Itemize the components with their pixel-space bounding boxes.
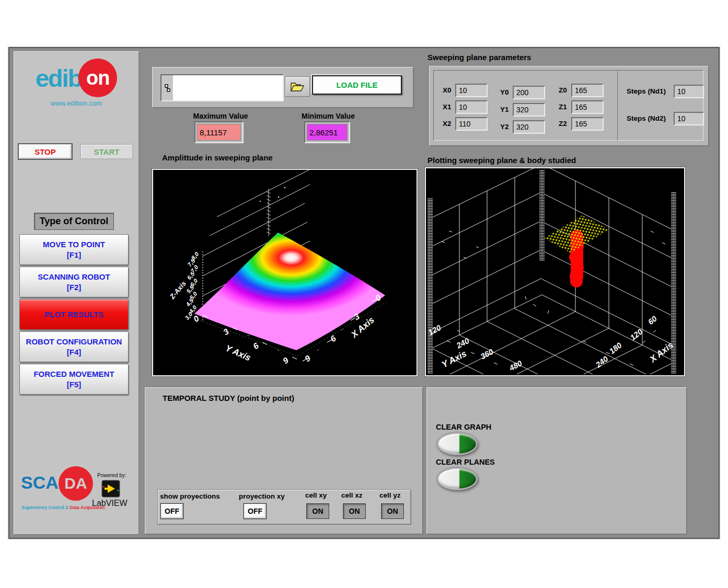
- scada-tagline-blue: Supervisory Control &: [21, 505, 70, 510]
- steps-nd1-label: Steps (Nd1): [627, 87, 666, 95]
- cell-xz-toggle[interactable]: ON: [343, 503, 366, 519]
- main-window: edib on www.edibon.com STOP START Type o…: [8, 47, 720, 539]
- scanning-robot-button[interactable]: SCANNING ROBOT [F2]: [19, 267, 129, 297]
- browse-folder-button[interactable]: [285, 76, 310, 97]
- stop-button[interactable]: STOP: [18, 143, 73, 160]
- maximum-value-label: Maximum Value: [186, 112, 255, 120]
- button-hotkey: [F5]: [67, 379, 82, 390]
- scada-logo-da: DA: [64, 475, 87, 492]
- z2-label: Z2: [559, 120, 567, 128]
- z1-label: Z1: [559, 103, 567, 111]
- start-button[interactable]: START: [80, 144, 133, 159]
- plot-results-button[interactable]: PLOT RESULTS: [19, 299, 129, 330]
- z0-field[interactable]: 165: [571, 84, 604, 97]
- button-hotkey: [F4]: [67, 347, 82, 358]
- robot-configuration-button[interactable]: ROBOT CONFIGURATION [F4]: [19, 331, 129, 362]
- proyection-xy-label: proyection xy: [239, 492, 285, 500]
- path-glyph-icon: [161, 75, 173, 100]
- labview-icon: [101, 480, 120, 498]
- scada-logo-circle: DA: [59, 466, 93, 501]
- file-path-control: [160, 74, 284, 101]
- sweeping-parameters-group: X0 10 X1 10 X2 110 Y0 200 Y1 320 Y2 320 …: [429, 65, 709, 146]
- cell-xy-toggle[interactable]: ON: [306, 503, 329, 519]
- folder-icon: [290, 82, 305, 92]
- button-label: PLOT RESULTS: [44, 309, 103, 320]
- projection-toggle-strip: show proyections OFF proyection xy OFF c…: [157, 489, 411, 525]
- left-plot-title: Amplittude in sweeping plane: [162, 153, 273, 162]
- cell-xy-label: cell xy: [305, 491, 327, 499]
- labview-label: LabVIEW: [92, 499, 128, 508]
- x0-label: X0: [443, 86, 452, 94]
- sweeping-plane-body-plot[interactable]: 120 240 360 480 Y Axis 60 120 180 240 X …: [425, 167, 685, 376]
- button-label: ROBOT CONFIGURATION: [26, 337, 122, 347]
- z2-field[interactable]: 165: [571, 117, 604, 131]
- move-to-point-button[interactable]: MOVE TO POINT [F1]: [19, 234, 129, 265]
- steps-nd1-field[interactable]: 10: [674, 85, 704, 98]
- cell-xz-label: cell xz: [341, 491, 363, 499]
- edibon-logo-text: edib: [36, 64, 82, 93]
- show-proyections-toggle[interactable]: OFF: [160, 503, 183, 519]
- minimum-value-box: 2,86251: [304, 121, 350, 143]
- forced-movement-button[interactable]: FORCED MOVEMENT [F5]: [19, 364, 129, 395]
- clear-planes-toggle[interactable]: [437, 467, 478, 490]
- clear-planes-label: CLEAR PLANES: [436, 458, 495, 466]
- type-of-control-label: Type of Control: [34, 213, 114, 230]
- z1-field[interactable]: 165: [571, 100, 604, 114]
- divider: [617, 70, 618, 141]
- y2-label: Y2: [500, 123, 509, 131]
- x0-field[interactable]: 10: [455, 84, 488, 97]
- edibon-logo-on: on: [86, 67, 109, 89]
- file-path-input[interactable]: [173, 75, 283, 100]
- button-hotkey: [F2]: [67, 282, 82, 293]
- powered-by-label: Powered by:: [97, 472, 126, 478]
- scada-logo-text: SCA: [21, 472, 59, 493]
- right-plot-title: Plotting sweeping plane & body studied: [427, 156, 576, 165]
- clear-graph-toggle[interactable]: [437, 432, 478, 455]
- minimum-value-label: Minimum Value: [296, 112, 360, 120]
- button-label: MOVE TO POINT: [43, 239, 105, 250]
- show-proyections-label: show proyections: [160, 492, 220, 500]
- y1-field[interactable]: 320: [513, 103, 545, 117]
- z0-label: Z0: [559, 86, 567, 94]
- clear-controls-panel: CLEAR GRAPH CLEAR PLANES: [426, 387, 687, 535]
- steps-nd2-field[interactable]: 10: [674, 112, 704, 125]
- edibon-logo: edib on: [14, 59, 139, 97]
- button-label: FORCED MOVEMENT: [33, 369, 114, 379]
- maximum-value: 8,11157: [197, 124, 241, 141]
- amplitude-surface-plot[interactable]: 8,0 7,5 7,0 6,5 6,0 5,5 5,0 4,5 4,0 3,0 …: [152, 169, 418, 376]
- sidebar: edib on www.edibon.com STOP START Type o…: [13, 51, 140, 535]
- steps-nd2-label: Steps (Nd2): [627, 114, 666, 122]
- cell-yz-label: cell yz: [379, 491, 401, 499]
- x2-field[interactable]: 110: [455, 117, 488, 131]
- minimum-value: 2,86251: [307, 124, 348, 141]
- button-hotkey: [F1]: [67, 250, 82, 260]
- x2-label: X2: [443, 120, 452, 128]
- y1-label: Y1: [500, 106, 509, 113]
- y2-field[interactable]: 320: [513, 120, 545, 134]
- y0-label: Y0: [500, 88, 509, 96]
- file-loader-group: LOAD FILE: [152, 66, 414, 108]
- clear-graph-label: CLEAR GRAPH: [436, 423, 491, 431]
- maximum-value-box: 8,11157: [194, 121, 244, 143]
- proyection-xy-toggle[interactable]: OFF: [244, 503, 267, 519]
- temporal-study-title: TEMPORAL STUDY (point by point): [163, 394, 294, 402]
- edibon-logo-circle: on: [78, 59, 117, 97]
- sweeping-parameters-title: Sweeping plane parameters: [427, 53, 531, 62]
- x1-field[interactable]: 10: [455, 100, 488, 114]
- button-label: SCANNING ROBOT: [38, 272, 110, 282]
- load-file-button[interactable]: LOAD FILE: [312, 75, 402, 95]
- cell-yz-toggle[interactable]: ON: [381, 503, 404, 519]
- x1-label: X1: [443, 103, 452, 111]
- edibon-website: www.edibon.com: [14, 99, 139, 107]
- y0-field[interactable]: 200: [513, 86, 545, 99]
- temporal-study-panel: TEMPORAL STUDY (point by point) show pro…: [144, 387, 423, 535]
